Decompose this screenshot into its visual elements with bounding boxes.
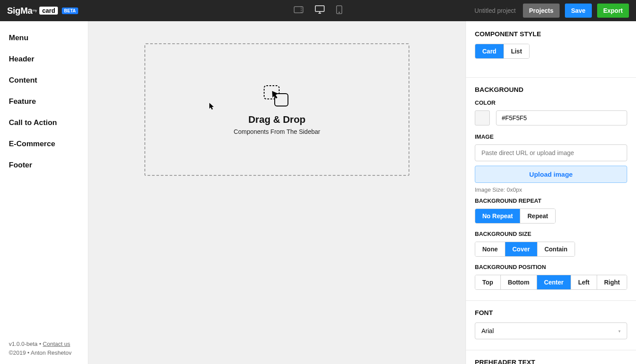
svg-rect-0	[294, 7, 303, 13]
device-tablet-landscape-icon[interactable]	[294, 6, 303, 15]
topbar: SigMamy card BETA Untitled project Proje…	[0, 0, 636, 21]
logo: SigMamy card BETA	[7, 6, 78, 16]
color-label: COLOR	[475, 99, 627, 106]
device-desktop-icon[interactable]	[315, 5, 325, 16]
component-style-group: Card List	[475, 44, 530, 59]
bg-pos-left[interactable]: Left	[571, 275, 597, 289]
sidebar-item-menu[interactable]: Menu	[0, 27, 88, 49]
topbar-right: Untitled project Projects Save Export	[474, 4, 629, 18]
dropzone[interactable]: Drag & Drop Components From The Sidebar	[144, 43, 409, 176]
component-style-title: COMPONENT STYLE	[475, 30, 627, 38]
copyright-text: ©2019 • Anton Reshetov	[9, 349, 79, 357]
image-url-input[interactable]	[475, 144, 627, 161]
bg-repeat-repeat[interactable]: Repeat	[520, 209, 555, 223]
logo-text: SigMamy	[7, 6, 37, 16]
save-button[interactable]: Save	[565, 4, 592, 18]
bg-pos-center[interactable]: Center	[537, 275, 571, 289]
drop-subtitle: Components From The Sidebar	[234, 128, 320, 135]
color-input[interactable]	[496, 110, 627, 125]
style-card-option[interactable]: Card	[475, 44, 504, 58]
properties-panel: COMPONENT STYLE Card List BACKGROUND COL…	[466, 21, 636, 364]
sidebar-item-ecommerce[interactable]: E-Commerce	[0, 133, 88, 155]
sidebar-item-cta[interactable]: Call to Action	[0, 112, 88, 133]
image-label: IMAGE	[475, 133, 627, 140]
sidebar-item-feature[interactable]: Feature	[0, 91, 88, 112]
svg-rect-8	[275, 94, 288, 106]
bg-size-group: None Cover Contain	[475, 242, 575, 257]
font-title: FONT	[475, 309, 627, 316]
export-button[interactable]: Export	[597, 4, 629, 18]
logo-card-badge: card	[39, 7, 58, 15]
bg-size-cover[interactable]: Cover	[505, 242, 538, 256]
font-select[interactable]: Arial ▾	[475, 322, 627, 339]
sidebar-item-content[interactable]: Content	[0, 70, 88, 91]
bg-pos-bottom[interactable]: Bottom	[501, 275, 537, 289]
bg-size-contain[interactable]: Contain	[538, 242, 575, 256]
font-value: Arial	[481, 327, 494, 334]
svg-rect-2	[315, 6, 324, 11]
chevron-down-icon: ▾	[618, 329, 621, 334]
bg-pos-top[interactable]: Top	[475, 275, 501, 289]
color-swatch[interactable]	[475, 110, 490, 125]
canvas: Drag & Drop Components From The Sidebar	[88, 21, 466, 364]
svg-point-6	[339, 12, 340, 13]
preheader-title: PREHEADER TEXT	[475, 358, 627, 364]
bg-repeat-no-repeat[interactable]: No Repeat	[475, 209, 520, 223]
sidebar-item-header[interactable]: Header	[0, 49, 88, 70]
sidebar-items: Menu Header Content Feature Call to Acti…	[0, 21, 88, 340]
project-name[interactable]: Untitled project	[474, 7, 515, 14]
main: Menu Header Content Feature Call to Acti…	[0, 21, 636, 364]
beta-badge: BETA	[62, 8, 78, 14]
bg-size-none[interactable]: None	[475, 242, 505, 256]
bg-position-group: Top Bottom Center Left Right	[475, 275, 627, 290]
image-size-text: Image Size: 0x0px	[475, 186, 627, 193]
contact-us-link[interactable]: Contact us	[43, 341, 70, 347]
device-switcher	[294, 5, 342, 16]
drag-drop-icon	[262, 84, 292, 108]
projects-button[interactable]: Projects	[523, 4, 560, 18]
version-text: v1.0.0-beta	[9, 341, 38, 347]
device-mobile-icon[interactable]	[336, 5, 342, 16]
bg-size-label: BACKGROUND SIZE	[475, 231, 627, 237]
background-title: BACKGROUND	[475, 86, 627, 93]
drop-title: Drag & Drop	[248, 114, 306, 125]
sidebar: Menu Header Content Feature Call to Acti…	[0, 21, 88, 364]
style-list-option[interactable]: List	[504, 44, 529, 58]
sidebar-footer: v1.0.0-beta • Contact us ©2019 • Anton R…	[0, 340, 88, 364]
bg-pos-right[interactable]: Right	[597, 275, 627, 289]
upload-image-button[interactable]: Upload image	[475, 166, 627, 183]
sidebar-item-footer[interactable]: Footer	[0, 155, 88, 176]
bg-repeat-label: BACKGROUND REPEAT	[475, 197, 627, 204]
bg-repeat-group: No Repeat Repeat	[475, 209, 556, 224]
bg-position-label: BACKGROUND POSITION	[475, 264, 627, 270]
